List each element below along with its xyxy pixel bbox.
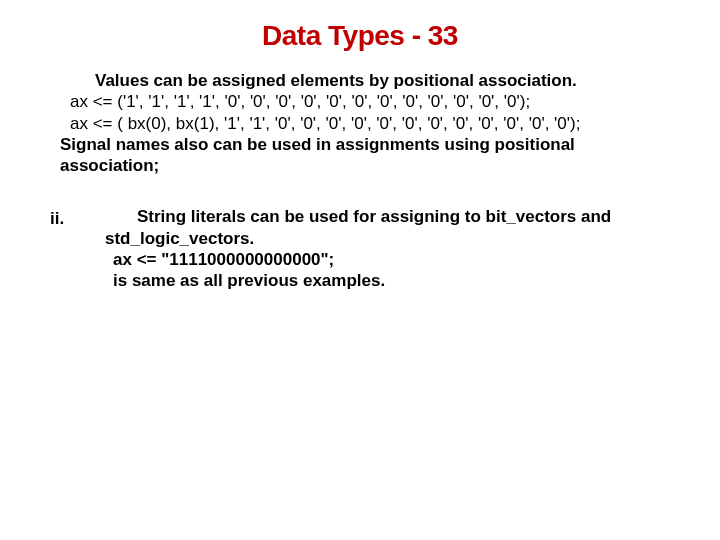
same-note: is same as all previous examples. [113,270,670,291]
slide: Data Types - 33 Values can be assigned e… [0,0,720,540]
code-line-3: ax <= "1111000000000000"; [113,249,670,270]
code-line-2: ax <= ( bx(0), bx(1), '1', '1', '0', '0'… [70,113,670,134]
signal-note: Signal names also can be used in assignm… [60,134,670,177]
string-literal-lead: String literals can be used for assignin… [105,206,670,249]
content-block-1: Values can be assigned elements by posit… [95,70,670,176]
slide-title: Data Types - 33 [50,20,670,52]
code-line-1: ax <= ('1', '1', '1', '1', '0', '0', '0'… [70,91,670,112]
content-block-2: ii. String literals can be used for assi… [50,206,670,291]
intro-line: Values can be assigned elements by posit… [95,70,670,91]
block2-body: String literals can be used for assignin… [105,206,670,291]
list-marker-ii: ii. [50,206,105,291]
